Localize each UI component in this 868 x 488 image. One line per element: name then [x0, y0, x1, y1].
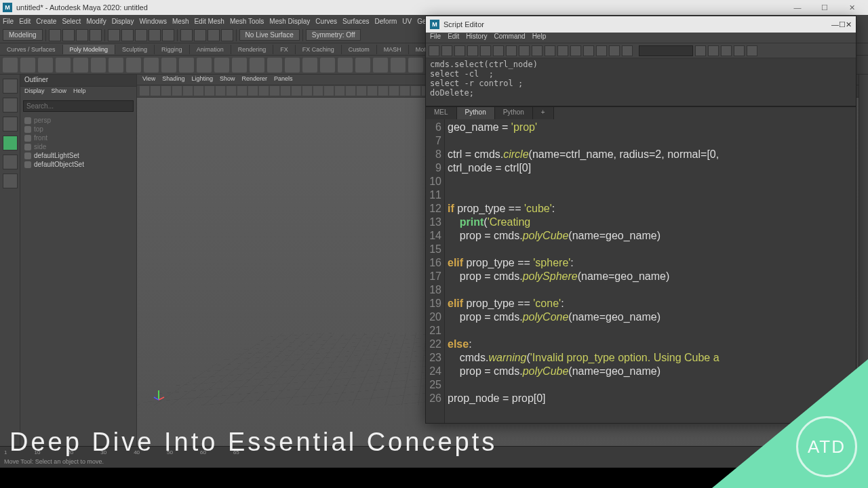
viewport-toolbar-icon[interactable] [281, 86, 290, 96]
se-toolbar-icon[interactable] [441, 45, 452, 56]
se-toolbar-icon[interactable] [609, 45, 620, 56]
se-toolbar-icon[interactable] [708, 45, 719, 56]
close-button[interactable]: ✕ [846, 20, 852, 29]
viewport-toolbar-icon[interactable] [259, 86, 269, 96]
shelf-tab[interactable]: Poly Modeling [63, 45, 116, 54]
shelf-button[interactable] [250, 58, 264, 73]
se-menu-item[interactable]: Command [494, 33, 525, 43]
shelf-button[interactable] [408, 58, 423, 73]
se-menu-item[interactable]: Edit [448, 33, 459, 43]
rotate-tool[interactable] [3, 155, 18, 169]
menu-surfaces[interactable]: Surfaces [342, 18, 369, 25]
outliner-search-input[interactable] [23, 100, 134, 112]
shelf-button[interactable] [214, 58, 229, 73]
se-toolbar-icon[interactable] [532, 45, 542, 56]
shelf-button[interactable] [285, 58, 300, 73]
viewport-toolbar-icon[interactable] [389, 86, 399, 96]
shelf-button[interactable] [56, 58, 71, 73]
viewport-toolbar-icon[interactable] [248, 86, 258, 96]
shelf-button[interactable] [179, 58, 194, 73]
viewport-toolbar-icon[interactable] [205, 86, 214, 96]
shelf-tab[interactable]: FX [273, 45, 296, 54]
menu-edit-mesh[interactable]: Edit Mesh [194, 18, 224, 25]
menu-display[interactable]: Display [112, 18, 134, 25]
viewport-menu-item[interactable]: Lighting [191, 75, 213, 84]
se-toolbar-icon[interactable] [570, 45, 581, 56]
shelf-button[interactable] [38, 58, 53, 73]
se-toolbar-icon[interactable] [429, 45, 439, 56]
outliner-item[interactable]: persp [24, 116, 132, 125]
se-menu-item[interactable]: File [430, 33, 441, 43]
menu-mesh-display[interactable]: Mesh Display [269, 18, 310, 25]
shelf-tab[interactable]: Rigging [155, 45, 190, 54]
outliner-item[interactable]: defaultObjectSet [24, 160, 132, 169]
shelf-button[interactable] [267, 58, 282, 73]
shelf-icon[interactable] [76, 29, 88, 41]
shelf-icon[interactable] [108, 29, 120, 41]
se-toolbar-icon[interactable] [721, 45, 732, 56]
viewport-toolbar-icon[interactable] [411, 86, 420, 96]
menu-modify[interactable]: Modify [86, 18, 106, 25]
viewport-toolbar-icon[interactable] [161, 86, 171, 96]
select-tool[interactable] [3, 79, 18, 94]
shelf-icon[interactable] [62, 29, 75, 41]
menu-edit[interactable]: Edit [19, 18, 31, 25]
scale-tool[interactable] [3, 174, 18, 188]
shelf-tab[interactable]: Custom [342, 45, 377, 54]
maximize-button[interactable]: ☐ [839, 20, 846, 29]
se-toolbar-icon[interactable] [747, 45, 757, 56]
viewport-toolbar-icon[interactable] [324, 86, 334, 96]
se-tab[interactable]: MEL [426, 107, 457, 119]
viewport-toolbar-icon[interactable] [183, 86, 193, 96]
outliner-item[interactable]: side [24, 142, 132, 151]
viewport-toolbar-icon[interactable] [237, 86, 247, 96]
se-toolbar-icon[interactable] [545, 45, 555, 56]
shelf-icon[interactable] [149, 29, 161, 41]
viewport-toolbar-icon[interactable] [378, 86, 388, 96]
menu-select[interactable]: Select [62, 18, 81, 25]
shelf-icon[interactable] [49, 29, 61, 41]
close-button[interactable]: ✕ [838, 0, 865, 15]
shelf-button[interactable] [161, 58, 176, 73]
viewport-toolbar-icon[interactable] [335, 86, 344, 96]
shelf-button[interactable] [338, 58, 353, 73]
se-toolbar-icon[interactable] [467, 45, 478, 56]
viewport-menu-item[interactable]: Shading [162, 75, 184, 84]
outliner-menu-item[interactable]: Display [24, 87, 45, 97]
shelf-tab[interactable]: Rendering [231, 45, 274, 54]
shelf-tab[interactable]: Sculpting [115, 45, 155, 54]
paint-tool[interactable] [3, 117, 18, 131]
workspace-dropdown[interactable]: Modeling [3, 29, 43, 41]
se-toolbar-icon[interactable] [519, 45, 530, 56]
menu-mesh-tools[interactable]: Mesh Tools [230, 18, 264, 25]
outliner-item[interactable]: top [24, 125, 132, 134]
menu-file[interactable]: File [3, 18, 14, 25]
shelf-button[interactable] [3, 58, 18, 73]
viewport-toolbar-icon[interactable] [140, 86, 149, 96]
shelf-button[interactable] [355, 58, 370, 73]
shelf-tab[interactable]: Curves / Surfaces [0, 45, 63, 54]
viewport-toolbar-icon[interactable] [172, 86, 182, 96]
se-tab[interactable]: Python [495, 107, 533, 119]
shelf-icon[interactable] [221, 29, 233, 41]
viewport-toolbar-icon[interactable] [216, 86, 225, 96]
viewport-toolbar-icon[interactable] [368, 86, 377, 96]
shelf-icon[interactable] [121, 29, 134, 41]
shelf-icon[interactable] [135, 29, 147, 41]
se-menu-item[interactable]: History [466, 33, 487, 43]
shelf-tab[interactable]: FX Caching [296, 45, 342, 54]
se-search-input[interactable] [639, 45, 693, 56]
shelf-button[interactable] [73, 58, 88, 73]
viewport-toolbar-icon[interactable] [151, 86, 160, 96]
shelf-button[interactable] [373, 58, 388, 73]
script-editor-history[interactable]: cmds.select(ctrl_node) select -cl ; sele… [426, 58, 856, 107]
se-toolbar-icon[interactable] [557, 45, 568, 56]
maximize-button[interactable]: ☐ [811, 0, 838, 15]
se-toolbar-icon[interactable] [506, 45, 517, 56]
shelf-button[interactable] [108, 58, 123, 73]
menu-curves[interactable]: Curves [315, 18, 337, 25]
se-toolbar-icon[interactable] [583, 45, 594, 56]
shelf-button[interactable] [320, 58, 335, 73]
move-tool[interactable] [3, 136, 18, 150]
shelf-icon[interactable] [162, 29, 174, 41]
